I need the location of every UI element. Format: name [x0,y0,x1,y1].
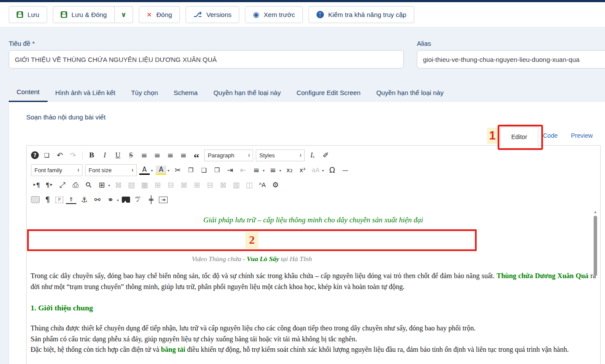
new-document-icon[interactable]: ❏ [41,150,52,161]
preview-label: Xem trước [264,11,295,18]
paste-as-text-icon[interactable]: ❒ [212,164,222,176]
scroll-up-arrow[interactable]: ▲ [592,210,599,214]
image-icon[interactable] [122,197,130,203]
undo-icon[interactable]: ↶ [55,150,65,161]
superscript-icon[interactable]: x² [297,164,308,176]
show-borders-icon[interactable] [31,196,40,203]
tab-configure-edit-screen[interactable]: Configure Edit Screen [289,83,368,102]
indent-icon[interactable]: ⇥ [225,164,235,176]
annotation-label-1: 1 [487,128,498,144]
tab-schema[interactable]: Schema [166,83,206,102]
spellcheck-icon[interactable]: ABC✓ [133,194,143,205]
bullet-list-icon-dropdown[interactable]: ▾ [279,169,281,173]
upload-icon[interactable]: ⇑ [66,196,76,204]
delete-table-icon[interactable]: ⊠ [113,179,124,191]
page-break-icon[interactable]: ╪ [146,194,156,205]
delete-row-icon[interactable]: ⊠ [179,179,189,191]
save-button[interactable]: Lưu [9,6,47,23]
delete-col-icon[interactable]: ⊠ [218,179,228,191]
save-close-dropdown-button[interactable]: ∨ [115,6,133,23]
print-icon[interactable]: ⎙ [70,179,81,191]
format-select[interactable]: Paragraph▴▾ [204,150,253,161]
split-cells-icon[interactable]: ▥ [231,179,241,191]
tab-category-permissions-1[interactable]: Quyền hạn thể loại này [206,83,289,102]
accessibility-check-button[interactable]: ᛉ Kiểm tra khả năng truy cập [309,6,414,23]
content-link[interactable]: băng tải [161,346,186,353]
text-color-icon[interactable]: A [139,166,150,175]
table-cell-props-icon[interactable]: ▦ [139,179,150,191]
show-blocks-icon[interactable]: P [55,197,63,203]
table-icon-dropdown[interactable]: ▾ [108,184,110,187]
cleanup-icon[interactable]: ✐ [320,150,331,161]
tab-code[interactable]: Code [543,132,557,139]
paragraph-ltr-icon[interactable]: ‣¶ [31,179,41,191]
tab-editor[interactable]: Editor [500,127,538,146]
underline-icon[interactable]: U [113,150,123,161]
preview-button[interactable]: ◉ Xem trước [245,6,302,23]
redo-icon[interactable]: ↷ [68,150,78,161]
table-row-props-icon[interactable]: ▤ [126,179,137,191]
tab-options[interactable]: Tùy chọn [123,83,166,102]
italic-icon[interactable]: I [100,150,110,161]
blockquote-icon[interactable]: “ [191,150,202,161]
align-left-icon[interactable]: ≡ [165,150,175,161]
col-after-icon[interactable]: ⊟ [205,179,215,191]
styles-select[interactable]: Styles▴▾ [256,150,305,161]
bullet-list-icon[interactable]: ≡ [268,164,278,176]
content-subheading: 1. Giới thiệu chung [31,303,596,313]
scrollbar-thumb[interactable] [594,216,597,276]
align-right-icon[interactable]: ≡ [178,150,189,161]
search-icon[interactable]: ⚲ [81,177,96,192]
editor-content-area[interactable]: Giải pháp lưu trữ – cấp liệu thông minh … [27,209,599,364]
subscript-icon[interactable]: x₂ [284,164,295,176]
align-justify-icon[interactable]: ≡ [139,150,149,161]
cut-icon[interactable]: ✂ [172,164,183,176]
special-character-icon[interactable]: Ω [327,164,337,176]
link-icon[interactable]: ⚭ [105,194,116,205]
read-more-icon[interactable]: ⇥ [159,197,168,203]
tab-preview[interactable]: Preview [571,132,593,139]
case-change-icon-dropdown[interactable]: ▾ [322,169,324,173]
tab-content[interactable]: Content [9,83,48,102]
content-paragraph-3: Sản phẩm có cấu trúc dạng phễu xả đáy, g… [31,334,596,345]
table-icon[interactable]: ⊞ [96,179,107,191]
col-before-icon[interactable]: ⊞ [192,179,202,191]
merge-cells-icon[interactable]: ◫ [244,179,254,191]
highlight-color-icon[interactable]: A [156,166,166,175]
alias-label: Alias [417,40,431,47]
versions-button[interactable]: ⎇ Versions [186,6,239,23]
row-after-icon[interactable]: ⊟ [165,179,176,191]
text-color-icon-dropdown[interactable]: ▾ [151,169,153,173]
strikethrough-icon[interactable]: S [126,150,136,161]
remove-format-icon[interactable]: Iₓ [307,150,318,161]
outdent-icon[interactable]: ⇤ [238,164,248,176]
tab-category-permissions-2[interactable]: Quyền hạn thể loại này [368,83,451,102]
pilcrow-icon[interactable]: ¶ [42,194,53,205]
alias-input[interactable] [417,50,605,68]
highlight-color-icon-dropdown[interactable]: ▾ [168,169,169,173]
row-before-icon[interactable]: ⊞ [152,179,163,191]
fullscreen-icon[interactable]: ⤢ [57,179,68,191]
gear-icon[interactable]: ⚙ [270,179,281,191]
tab-images-links[interactable]: Hình ảnh và Liên kết [48,83,124,102]
ordered-list-icon[interactable]: ≡ [251,164,261,176]
copy-icon[interactable]: ❐ [186,164,196,176]
bold-icon[interactable]: B [86,150,97,161]
ordered-list-icon-dropdown[interactable]: ▾ [263,169,265,173]
save-close-button[interactable]: Lưu & Đóng [53,6,115,23]
font-size-select[interactable]: Font size▴▾ [85,164,137,176]
paste-icon[interactable]: ❑ [199,164,209,176]
paragraph-rtl-icon[interactable]: ¶‣ [44,179,55,191]
close-button[interactable]: ✕ Đóng [139,6,180,23]
horizontal-rule-icon[interactable]: — [340,164,351,176]
text-style-icon[interactable]: ᴬA [257,179,268,191]
title-input[interactable] [9,50,404,68]
help-icon[interactable]: ? [31,151,39,159]
styles-select-label: Styles [259,152,275,159]
anchor-icon[interactable]: ⚓ [79,194,89,205]
align-center-icon[interactable]: ≡ [152,150,162,161]
link-icon-dropdown[interactable]: ▾ [117,198,119,202]
unlink-icon[interactable]: ⚯ [92,194,103,205]
case-change-icon[interactable]: aA [310,164,321,176]
font-family-select[interactable]: Font family▴▾ [31,164,82,176]
